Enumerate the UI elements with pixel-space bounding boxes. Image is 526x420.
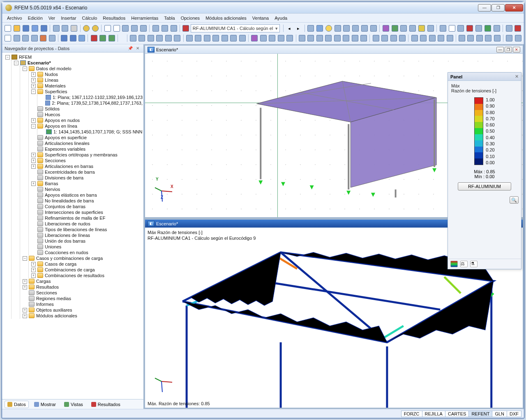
tb-icon[interactable]: [121, 24, 130, 33]
tb-find-icon[interactable]: [103, 24, 112, 33]
tb-icon[interactable]: [39, 34, 48, 43]
tree-item[interactable]: +Combinaciones de resultados: [30, 273, 143, 278]
tb-icon[interactable]: [147, 34, 155, 43]
tb-icon[interactable]: [173, 34, 182, 43]
tree-item[interactable]: Sólidos: [30, 106, 143, 112]
tb-icon[interactable]: [448, 24, 456, 33]
tree-item[interactable]: +Módulos adicionales: [22, 313, 143, 319]
tb-icon[interactable]: [307, 24, 315, 33]
scale-icon[interactable]: ⚖: [460, 261, 468, 267]
tb-icon[interactable]: [21, 34, 30, 43]
tree-item[interactable]: Liberaciones de líneas: [30, 232, 143, 238]
tree-item[interactable]: +Resultados: [22, 284, 143, 290]
tb-saveall-icon[interactable]: [31, 24, 39, 33]
tb-icon[interactable]: [48, 34, 57, 43]
menu-ayuda[interactable]: Ayuda: [272, 15, 290, 21]
tb-icon[interactable]: [437, 34, 445, 43]
tb-icon[interactable]: [286, 34, 294, 43]
tb-icon[interactable]: [212, 34, 220, 43]
tree-item[interactable]: 2: Plana; 1739,52,1738,1764,882,1737,176…: [39, 100, 143, 106]
status-gln[interactable]: GLN: [492, 411, 504, 417]
tb-cursor-icon[interactable]: [4, 34, 12, 43]
tb-icon[interactable]: [484, 24, 492, 33]
tb-icon[interactable]: [360, 34, 368, 43]
tb-icon[interactable]: [445, 34, 454, 43]
tree-item[interactable]: Articulaciones lineales: [30, 140, 143, 146]
menu-archivo[interactable]: Archivo: [5, 15, 25, 21]
tb-icon[interactable]: [60, 34, 69, 43]
tb-icon[interactable]: [160, 24, 169, 33]
tb-icon[interactable]: [381, 24, 390, 33]
tree-item[interactable]: +Casos de carga: [30, 261, 143, 267]
tree-item[interactable]: Uniones: [30, 244, 143, 250]
tb-paste-icon[interactable]: [61, 24, 69, 33]
tb-icon[interactable]: [155, 34, 164, 43]
tree-item[interactable]: +Barras: [30, 181, 143, 186]
maximize-button[interactable]: ❐: [491, 4, 504, 11]
tb-select-icon[interactable]: [112, 24, 121, 33]
tb-icon[interactable]: [139, 24, 148, 33]
tree-item[interactable]: Divisiones de barra: [30, 175, 143, 181]
tb-icon[interactable]: [466, 24, 474, 33]
tb-icon[interactable]: [418, 24, 426, 33]
tb-icon[interactable]: [410, 34, 419, 43]
menu-herramientas[interactable]: Herramientas: [129, 15, 161, 21]
tree-item[interactable]: 1: 1434,1435,1450,1707,1708; G; SSS NNN: [39, 129, 143, 135]
tree-item[interactable]: Refinamientos de malla de EF: [30, 215, 143, 221]
tb-copy-icon[interactable]: [52, 24, 60, 33]
tab-vistas[interactable]: Vistas: [61, 401, 86, 408]
tree-item[interactable]: Intersecciones de superficies: [30, 209, 143, 215]
tb-icon[interactable]: [250, 34, 259, 43]
tree-item[interactable]: Informes: [22, 301, 143, 307]
status-forzc[interactable]: FORZC: [401, 411, 422, 417]
close-icon[interactable]: ✕: [134, 46, 141, 50]
tree-root[interactable]: −RFEM: [5, 54, 143, 60]
menu-opciones[interactable]: Opciones: [178, 15, 202, 21]
tree-item[interactable]: +Materiales: [30, 83, 143, 89]
tree-item[interactable]: Espesores variables: [30, 146, 143, 152]
navigator-tree[interactable]: −RFEM −Escenario* −Datos del modelo +Nud…: [2, 53, 143, 399]
tb-prev-icon[interactable]: ◂: [285, 24, 294, 33]
tree-item[interactable]: +Cargas: [22, 278, 143, 284]
tb-icon[interactable]: [30, 34, 39, 43]
tree-item[interactable]: +Secciones: [30, 158, 143, 163]
tb-icon[interactable]: [164, 34, 173, 43]
tree-item[interactable]: Excentricidades de barra: [30, 169, 143, 175]
tree-item[interactable]: +Líneas: [30, 77, 143, 83]
tb-save-icon[interactable]: [22, 24, 30, 33]
tree-model[interactable]: −Escenario*: [13, 60, 143, 66]
tb-icon[interactable]: [399, 24, 408, 33]
tb-icon[interactable]: [492, 24, 501, 33]
tb-icon[interactable]: [298, 34, 306, 43]
tb-icon[interactable]: [268, 34, 277, 43]
tb-icon[interactable]: [13, 34, 21, 43]
tb-new-icon[interactable]: [4, 24, 12, 33]
tb-grid-icon[interactable]: [129, 34, 138, 43]
tb-icon[interactable]: [259, 34, 268, 43]
tb-icon[interactable]: [130, 24, 139, 33]
tree-line-supports[interactable]: −Apoyos en línea: [30, 123, 143, 129]
tree-item[interactable]: +Objetos auxiliares: [22, 307, 143, 313]
tree-item[interactable]: Regiones medias: [22, 296, 143, 301]
tree-item[interactable]: Secciones: [22, 290, 143, 296]
tree-surfaces[interactable]: −Superficies: [30, 89, 143, 94]
tb-icon[interactable]: [194, 34, 203, 43]
tb-icon[interactable]: [333, 34, 341, 43]
tb-icon[interactable]: [238, 34, 247, 43]
tb-icon[interactable]: [398, 34, 407, 43]
tb-module-icon[interactable]: [182, 24, 190, 33]
tb-icon[interactable]: [78, 34, 86, 43]
tb-open-icon[interactable]: [13, 24, 21, 33]
palette-icon[interactable]: [450, 261, 458, 267]
tb-icon[interactable]: [221, 34, 229, 43]
tb-icon[interactable]: [342, 24, 351, 33]
tab-datos[interactable]: Datos: [5, 401, 29, 408]
tree-item[interactable]: Nervios: [30, 186, 143, 192]
filter-icon[interactable]: ⚗: [470, 261, 478, 267]
tb-icon[interactable]: [351, 24, 360, 33]
tb-eye-icon[interactable]: [324, 24, 333, 33]
tb-icon[interactable]: [169, 24, 178, 33]
tree-item[interactable]: +Superficies ortótropas y membranas: [30, 152, 143, 158]
tb-next-icon[interactable]: ▸: [294, 24, 303, 33]
tb-icon[interactable]: [428, 34, 436, 43]
